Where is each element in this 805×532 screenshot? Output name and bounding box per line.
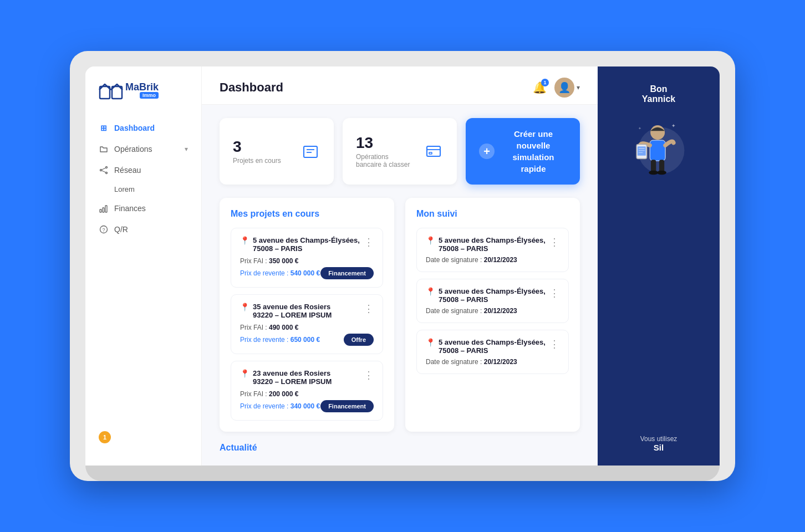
suivi-street-1: 5 avenue des Champs-Élysées, [439,236,546,244]
svg-text:✦: ✦ [671,123,676,129]
stat-info-operations: 13 Opérations bancaire à classer [356,134,415,168]
actualite-section: Actualité [220,443,580,453]
project-menu-3[interactable]: ⋮ [364,369,374,381]
user-name: Yannick [642,94,675,104]
cta-label: Créer une nouvellesimulation rapide [500,128,567,175]
suivi-city-3: 75008 – PARIS [439,346,546,355]
svg-rect-19 [650,140,665,161]
stat-info-projects: 3 Projets en cours [233,138,292,165]
sidebar-item-label: Finances [114,204,146,213]
project-street-3: 23 avenue des Rosiers [253,369,332,377]
project-city-3: 93220 – LOREM IPSUM [253,377,332,386]
logo-icon [99,80,123,100]
dashboard-icon: ⊞ [99,123,109,133]
folder-icon [99,144,109,154]
chevron-down-icon: ▾ [577,84,580,91]
price-revente-value-3: 340 000 € [291,402,320,410]
project-header-2: 📍 35 avenue des Rosiers 93220 – LOREM IP… [240,303,374,319]
project-price-fai-1: Prix FAI : 350 000 € [240,257,374,265]
stat-number-projects: 3 [233,138,292,156]
greeting-bon: Bon [650,84,667,94]
laptop-base [85,466,720,481]
project-header-1: 📍 5 avenue des Champs-Élysées, 75008 – P… [240,236,374,253]
badge-2: Offre [344,334,374,346]
sidebar-item-reseau[interactable]: Réseau [85,160,201,181]
suivi-menu-2[interactable]: ⋮ [549,287,559,299]
suivi-menu-3[interactable]: ⋮ [549,338,559,350]
suivi-menu-1[interactable]: ⋮ [549,236,559,248]
project-address-2: 📍 35 avenue des Rosiers 93220 – LOREM IP… [240,303,332,319]
sidebar-item-operations[interactable]: Opérations ▾ [85,139,201,160]
project-city-2: 93220 – LOREM IPSUM [253,311,332,319]
suivi-address-2: 📍 5 avenue des Champs-Élysées, 75008 – P… [426,287,546,304]
suivi-street-3: 5 avenue des Champs-Élysées, [439,338,546,346]
sidebar-item-qr[interactable]: ? Q/R [85,219,201,240]
svg-point-25 [649,171,658,175]
svg-line-5 [102,168,106,170]
project-price-revente-2: Prix de revente : 650 000 € [240,336,320,344]
share-icon [99,165,109,175]
location-icon-3: 📍 [240,369,249,378]
svg-rect-12 [304,146,317,157]
location-icon: 📍 [240,236,249,245]
chevron-down-icon: ▾ [185,145,188,153]
svg-text:✦: ✦ [638,126,641,131]
project-menu-2[interactable]: ⋮ [364,303,374,315]
svg-point-3 [106,172,108,174]
project-street-2: 35 avenue des Rosiers [253,303,332,311]
suivi-street-2: 5 avenue des Champs-Élysées, [439,287,546,295]
suivi-date-value-1: 20/12/2023 [484,256,517,264]
project-menu-1[interactable]: ⋮ [364,236,374,248]
svg-rect-8 [103,208,104,212]
stat-number-operations: 13 [356,134,415,152]
suivi-city-1: 75008 – PARIS [439,244,546,253]
stat-label-operations: Opérations bancaire à classer [356,153,415,168]
logo-text: MaBrik Immo [125,81,159,99]
mon-suivi-title: Mon suivi [416,209,569,219]
main-content: Dashboard 🔔 1 👤 ▾ [202,66,598,466]
project-price-row-3: Prix de revente : 340 000 € Financement [240,400,374,412]
suivi-card-1: 📍 5 avenue des Champs-Élysées, 75008 – P… [416,228,569,272]
suivi-address-1: 📍 5 avenue des Champs-Élysées, 75008 – P… [426,236,546,253]
sidebar-sub-label: Lorem [114,185,135,193]
avatar-wrap[interactable]: 👤 ▾ [554,78,580,98]
suivi-city-2: 75008 – PARIS [439,295,546,304]
person-illustration: ✦ ✦ [628,104,689,176]
panel-mes-projets: Mes projets en cours 📍 5 avenue des Cham… [220,198,394,432]
mes-projets-title: Mes projets en cours [231,209,383,219]
location-icon-s1: 📍 [426,236,435,245]
plan-usage-text: Vous utilisez [640,435,677,443]
avatar: 👤 [554,78,574,98]
content-area: 3 Projets en cours 13 Opérations bancair… [202,105,598,466]
logo-badge: Immo [140,92,159,99]
svg-rect-15 [427,146,440,156]
logo: MaBrik Immo [85,80,172,117]
svg-text:?: ? [103,227,105,233]
price-revente-value-1: 540 000 € [291,269,320,277]
svg-line-6 [102,171,106,172]
sidebar-item-dashboard[interactable]: ⊞ Dashboard [85,117,201,139]
notification-bell-wrap[interactable]: 🔔 1 [533,81,547,94]
plus-icon: + [479,144,495,159]
price-fai-value-2: 490 000 € [269,324,298,331]
svg-rect-22 [638,146,646,156]
operations-icon [424,141,444,161]
svg-point-26 [657,171,666,175]
sidebar-item-label: Dashboard [114,124,155,132]
right-panel: Bon Yannick [598,66,720,466]
project-price-row-2: Prix de revente : 650 000 € Offre [240,334,374,346]
sidebar-item-finances[interactable]: Finances [85,198,201,219]
notification-badge: 1 [541,79,549,86]
price-revente-value-2: 650 000 € [291,336,320,344]
greeting-text: Bon [650,84,667,94]
price-fai-value-1: 350 000 € [269,257,298,265]
svg-rect-17 [429,152,432,154]
create-simulation-button[interactable]: + Créer une nouvellesimulation rapide [466,118,580,185]
price-fai-value-3: 200 000 € [269,390,298,398]
page-title: Dashboard [220,80,283,95]
plan-name: Sil [640,443,677,452]
project-card-2: 📍 35 avenue des Rosiers 93220 – LOREM IP… [231,294,383,354]
sidebar-item-lorem[interactable]: Lorem [85,181,201,198]
suivi-address-3: 📍 5 avenue des Champs-Élysées, 75008 – P… [426,338,546,355]
project-card-3: 📍 23 avenue des Rosiers 93220 – LOREM IP… [231,361,383,421]
